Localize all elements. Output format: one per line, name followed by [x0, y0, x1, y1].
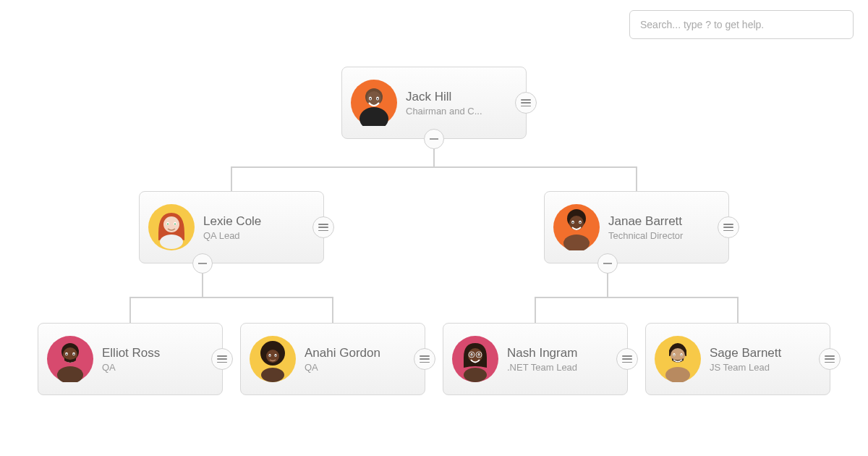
hamburger-icon [420, 355, 430, 363]
node-nash-ingram[interactable]: Nash Ingram .NET Team Lead [443, 323, 628, 395]
edge [129, 297, 131, 323]
node-info: Nash Ingram .NET Team Lead [507, 346, 620, 373]
edge [332, 297, 333, 323]
person-name: Nash Ingram [507, 346, 620, 360]
edge [129, 297, 333, 298]
avatar [47, 336, 93, 382]
node-info: Sage Barnett JS Team Lead [710, 346, 822, 373]
edge [535, 297, 536, 323]
minus-icon [603, 263, 612, 264]
hamburger-icon [318, 224, 328, 231]
node-janae-barrett[interactable]: Janae Barrett Technical Director [544, 191, 729, 263]
avatar [148, 204, 195, 250]
edge [231, 166, 232, 191]
node-info: Anahi Gordon QA [305, 346, 417, 373]
node-menu-button[interactable] [616, 348, 638, 370]
person-title: QA [102, 362, 215, 373]
node-sage-barnett[interactable]: Sage Barnett JS Team Lead [645, 323, 830, 395]
svg-point-21 [579, 222, 581, 224]
svg-point-29 [73, 354, 75, 355]
node-menu-button[interactable] [718, 216, 739, 238]
person-name: Jack Hill [406, 90, 519, 104]
svg-point-38 [261, 368, 284, 382]
node-jack-hill[interactable]: Jack Hill Chairman and C... [341, 67, 527, 139]
svg-point-6 [370, 98, 371, 100]
svg-point-17 [569, 216, 584, 230]
collapse-toggle[interactable] [192, 253, 213, 274]
avatar [553, 204, 600, 250]
svg-point-52 [673, 355, 675, 356]
svg-point-40 [468, 348, 482, 363]
svg-point-14 [160, 235, 183, 249]
hamburger-icon [217, 355, 227, 363]
svg-point-45 [471, 355, 472, 356]
collapse-toggle[interactable] [597, 253, 618, 274]
org-chart: Jack Hill Chairman and C... Lexie Cole Q… [0, 0, 868, 456]
node-info: Janae Barrett Technical Director [608, 214, 721, 241]
hamburger-icon [622, 355, 632, 363]
node-elliot-ross[interactable]: Elliot Ross QA [38, 323, 223, 395]
svg-point-46 [478, 355, 480, 356]
person-name: Sage Barnett [710, 346, 822, 360]
person-title: Technical Director [608, 230, 721, 241]
edge [737, 297, 739, 323]
node-menu-button[interactable] [312, 216, 334, 238]
node-menu-button[interactable] [819, 348, 841, 370]
node-anahi-gordon[interactable]: Anahi Gordon QA [240, 323, 425, 395]
svg-point-28 [66, 354, 67, 355]
node-menu-button[interactable] [211, 348, 233, 370]
svg-point-37 [275, 355, 276, 357]
node-info: Lexie Cole QA Lead [203, 214, 316, 241]
person-title: JS Team Lead [710, 362, 822, 373]
minus-icon [198, 263, 207, 264]
person-title: .NET Team Lead [507, 362, 620, 373]
node-info: Elliot Ross QA [102, 346, 215, 373]
edge [535, 297, 739, 298]
avatar [351, 80, 397, 126]
svg-point-53 [681, 355, 682, 356]
edge [636, 166, 637, 191]
person-name: Elliot Ross [102, 346, 215, 360]
person-title: QA Lead [203, 230, 316, 241]
svg-point-20 [572, 222, 574, 224]
person-title: QA [305, 362, 417, 373]
avatar [655, 336, 701, 382]
node-menu-button[interactable] [414, 348, 435, 370]
collapse-toggle[interactable] [424, 129, 444, 149]
edge [231, 166, 637, 168]
node-info: Jack Hill Chairman and C... [406, 90, 519, 117]
svg-point-47 [464, 368, 487, 382]
svg-point-36 [269, 355, 271, 357]
person-name: Lexie Cole [203, 214, 316, 229]
minus-icon [430, 138, 438, 140]
hamburger-icon [521, 99, 531, 106]
person-title: Chairman and C... [406, 106, 519, 117]
svg-point-7 [377, 98, 378, 100]
avatar [250, 336, 296, 382]
avatar [452, 336, 498, 382]
person-name: Anahi Gordon [305, 346, 417, 360]
person-name: Janae Barrett [608, 214, 721, 229]
node-menu-button[interactable] [515, 92, 537, 114]
node-lexie-cole[interactable]: Lexie Cole QA Lead [139, 191, 324, 263]
svg-point-54 [665, 367, 690, 382]
svg-point-12 [167, 224, 169, 225]
hamburger-icon [723, 224, 733, 231]
hamburger-icon [825, 355, 835, 363]
svg-point-13 [174, 224, 176, 225]
